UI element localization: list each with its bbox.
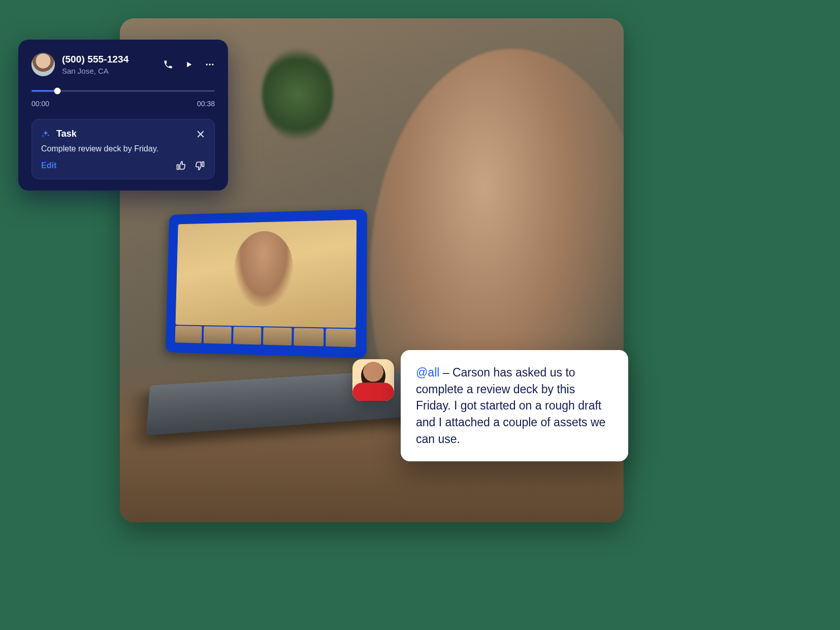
sparkle-icon bbox=[41, 130, 50, 139]
message-author-avatar bbox=[352, 359, 394, 401]
time-total: 00:38 bbox=[197, 100, 215, 108]
svg-point-1 bbox=[209, 64, 210, 65]
thumbs-up-icon[interactable] bbox=[176, 161, 186, 171]
caller-location: San Jose, CA bbox=[62, 67, 156, 75]
caller-avatar bbox=[31, 53, 55, 76]
task-title: Task bbox=[56, 129, 190, 139]
time-elapsed: 00:00 bbox=[31, 100, 49, 108]
playback-slider[interactable] bbox=[31, 87, 215, 94]
playback-thumb[interactable] bbox=[54, 88, 60, 94]
message-bubble: @all – Carson has asked us to complete a… bbox=[401, 350, 628, 461]
svg-point-2 bbox=[212, 64, 213, 65]
thumbs-down-icon[interactable] bbox=[195, 161, 205, 171]
task-card: Task Complete review deck by Friday. Edi… bbox=[31, 119, 215, 179]
mention-all[interactable]: @all bbox=[416, 366, 439, 379]
playback-fill bbox=[31, 90, 57, 92]
svg-point-0 bbox=[206, 64, 208, 65]
call-icon[interactable] bbox=[163, 59, 173, 70]
more-icon[interactable] bbox=[205, 59, 215, 70]
caller-phone: (500) 555-1234 bbox=[62, 54, 156, 66]
call-card: (500) 555-1234 San Jose, CA 00:00 00:38 bbox=[18, 40, 228, 191]
close-icon[interactable] bbox=[196, 130, 205, 139]
edit-button[interactable]: Edit bbox=[41, 161, 56, 170]
task-description: Complete review deck by Friday. bbox=[41, 144, 205, 153]
message-body: – Carson has asked us to complete a revi… bbox=[416, 366, 605, 446]
message-text: @all – Carson has asked us to complete a… bbox=[416, 364, 613, 447]
play-icon[interactable] bbox=[184, 60, 193, 69]
